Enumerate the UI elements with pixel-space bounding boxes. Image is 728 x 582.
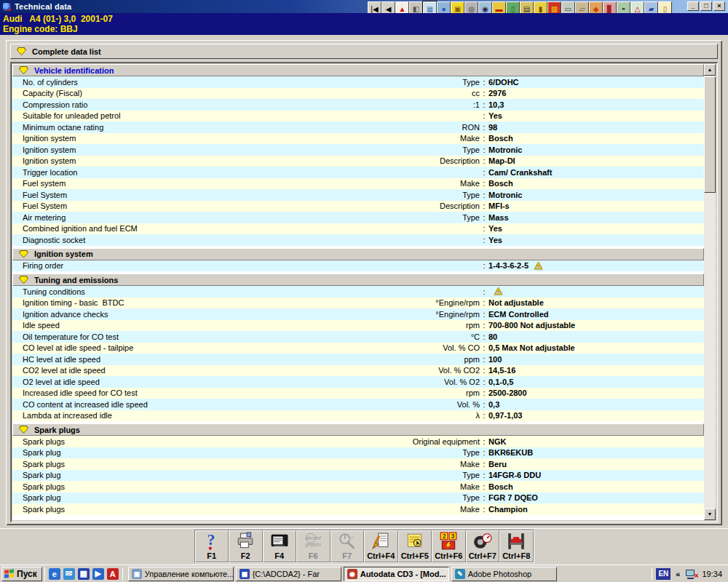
far-manager-icon: ▦ [240,569,250,579]
data-row[interactable]: Lambda at increased idleλ:0,97-1,03 [12,410,704,422]
data-row[interactable]: HC level at idle speedppm:100 [12,354,704,365]
scroll-down-button[interactable] [704,509,716,520]
row-value-text: NGK [488,437,506,446]
row-colon: : [480,448,488,457]
row-value: NGK [488,437,704,446]
row-value-text: 2976 [488,89,506,97]
data-row[interactable]: Minimum octane ratingRON:98 [12,121,704,133]
fkey-f1-button[interactable]: ?F1 [195,530,229,562]
data-row[interactable]: CO content at increased idle speedVol. %… [12,399,704,410]
data-row[interactable]: Increased idle speed for CO testrpm:2500… [12,388,704,399]
data-row[interactable]: CO2 level at idle speedVol. % CO2:14,5-1… [12,365,704,377]
vehicle-header: Audi A4 (01-) 3,0 2001-07 Engine code: B… [0,13,728,35]
svg-text:abcdef: abcdef [306,535,322,541]
data-row[interactable]: Tuning conditions:⚠ [12,286,704,298]
taskbar-task-far-manager[interactable]: ▦{C:\ADCDA2} - Far [236,567,341,581]
row-value-text: ECM Controlled [488,310,549,319]
row-value-text: Map-DI [488,156,515,165]
close-button[interactable]: × [713,1,725,11]
fkey-f4-button[interactable]: F4 [263,530,297,562]
row-colon: : [480,411,488,420]
row-label: Combined ignition and fuel ECM [12,224,480,233]
data-row[interactable]: Ignition systemMake:Bosch [12,133,704,145]
data-row[interactable]: Spark plugType:FGR 7 DQEO [12,493,704,504]
taskbar-task-computer[interactable]: ▣Управление компьюте... [128,567,234,581]
section-header[interactable]: Spark plugs [12,423,704,436]
data-row[interactable]: Compression ratio:1:10,3 [12,99,704,111]
language-indicator[interactable]: EN [656,568,670,580]
outlook-express-icon[interactable]: ✉ [63,568,75,580]
fkey-f2-button[interactable]: F2 [229,530,263,562]
scrollbar-thumb[interactable] [704,76,716,193]
data-row[interactable]: O2 level at idle speedVol. % O2:0,1-0,5 [12,376,704,388]
network-offline-icon[interactable]: × [685,569,697,579]
start-button[interactable]: Пуск [1,567,42,581]
section-header[interactable]: Vehicle identification [12,64,704,76]
taskbar-task-photoshop[interactable]: ✎Adobe Photoshop [451,567,557,581]
section-header[interactable]: Ignition system [12,248,704,260]
row-unit: :1 [473,100,480,109]
section-header[interactable]: Tuning and emissions [12,274,704,286]
data-row[interactable]: CO level at idle speed - tailpipeVol. % … [12,343,704,354]
data-row[interactable]: Trigger location:Cam/ Crankshaft [12,167,704,178]
data-row[interactable]: Spark plugsOriginal equipment:NGK [12,436,704,447]
restore-button[interactable]: □ [700,1,712,11]
acrobat-icon[interactable]: A [107,568,119,580]
row-colon: : [480,460,488,469]
data-row[interactable]: Diagnostic socket:Yes [12,234,704,246]
row-colon: : [480,78,488,87]
row-value: ECM Controlled [488,310,704,319]
data-viewport: Vehicle identificationNo. of cylindersTy… [10,62,718,522]
data-row[interactable]: No. of cylindersType:6/DOHC [12,76,704,88]
data-row[interactable]: Spark plugsMake:Champion [12,503,704,515]
row-label: Air metering [12,213,462,222]
fkey-ctrl-f7-button[interactable]: Ctrl+F7 [466,530,500,562]
show-desktop-icon[interactable]: ▦ [78,568,90,580]
data-row[interactable]: Combined ignition and fuel ECM:Yes [12,223,704,235]
row-colon: : [480,111,488,120]
data-row[interactable]: Spark plugsMake:Beru [12,458,704,470]
data-row[interactable]: Firing order:1-4-3-6-2-5⚠ [12,260,704,272]
fkey-ctrl-f4-button[interactable]: Ctrl+F4 [364,530,398,562]
data-row[interactable]: Suitable for unleaded petrol:Yes [12,111,704,122]
media-player-icon[interactable]: ▶ [92,568,104,580]
fkey-ctrl-f8-button[interactable]: Ctrl+F8 [499,530,534,562]
row-value-text: 14FGR-6 DDU [488,471,541,479]
data-row[interactable]: Oil temperature for CO test°C:80 [12,331,704,343]
complete-data-list-header[interactable]: Complete data list [10,44,718,59]
data-row[interactable]: Fuel SystemType:Motronic [12,189,704,201]
taskbar-separator [122,567,123,581]
row-colon: : [480,213,488,222]
row-label: Lambda at increased idle [12,411,476,420]
tray-collapse-button[interactable]: « [674,570,681,578]
taskbar-task-autodata[interactable]: ◉Autodata CD3 - [Mod... [344,567,449,581]
data-row[interactable]: Idle speedrpm:700-800 Not adjustable [12,320,704,332]
data-row[interactable]: Capacity (Fiscal)cc:2976 [12,88,704,100]
data-row[interactable]: Spark plugType:BKR6EKUB [12,447,704,459]
data-row[interactable]: Ignition systemType:Motronic [12,144,704,156]
fkey-f6-button: abcdefghijklmF6 [296,530,331,562]
row-value-text: Beru [488,460,507,469]
fkey-ctrl-f5-button[interactable]: Ctrl+F5 [398,530,432,562]
row-value-text: 100 [488,355,502,364]
vertical-scrollbar[interactable] [704,64,716,520]
internet-explorer-icon[interactable]: e [49,568,60,580]
data-row[interactable]: Spark plugType:14FGR-6 DDU [12,470,704,482]
row-value-text: Champion [488,505,528,514]
row-unit: Vol. % [457,400,480,409]
minimize-button[interactable]: _ [687,1,699,11]
data-row[interactable]: Fuel SystemDescription:MFI-s [12,201,704,212]
data-row[interactable]: Ignition systemDescription:Map-DI [12,156,704,167]
fkey-ctrl-f6-button[interactable]: 23Ctrl+F6 [432,530,466,562]
row-value-text: Cam/ Crankshaft [488,168,552,177]
data-row[interactable]: Ignition advance checks°Engine/rpm:ECM C… [12,308,704,320]
data-row[interactable]: Air meteringType:Mass [12,212,704,223]
row-value: 6/DOHC [488,78,704,87]
row-colon: : [480,89,488,97]
row-label: O2 level at idle speed [12,378,444,386]
data-row[interactable]: Ignition timing - basic BTDC°Engine/rpm:… [12,298,704,309]
scroll-up-button[interactable] [704,64,716,76]
data-row[interactable]: Spark plugsMake:Bosch [12,481,704,493]
photoshop-icon: ✎ [455,569,465,579]
data-row[interactable]: Fuel systemMake:Bosch [12,178,704,190]
